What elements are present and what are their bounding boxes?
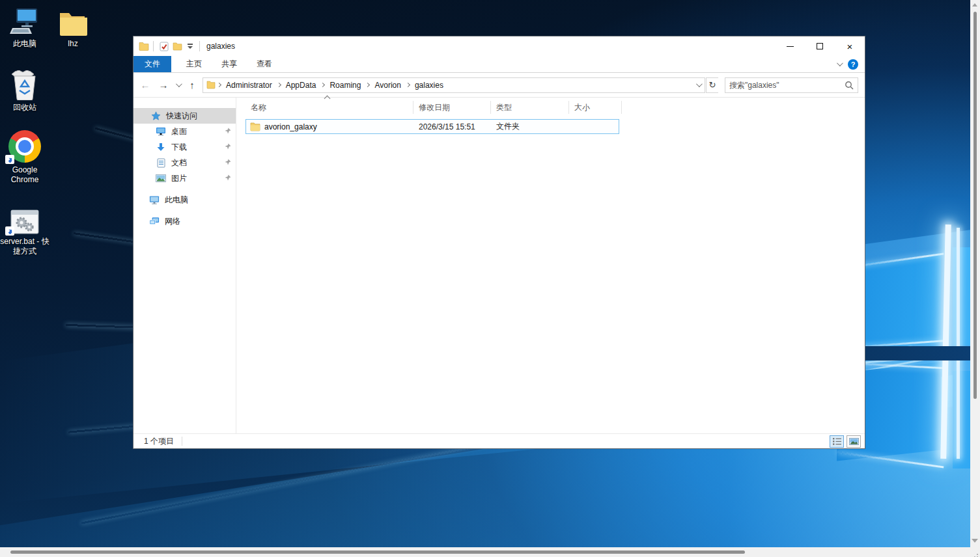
outer-vertical-scrollbar[interactable] (970, 0, 980, 547)
file-list-pane: 名称 修改日期 类型 大小 avorion_galaxy 2026/3/15 1… (236, 98, 865, 433)
sidebar-item-desktop[interactable]: 桌面 (133, 124, 236, 139)
minimize-icon (787, 46, 794, 47)
recent-locations-dropdown[interactable] (173, 76, 183, 94)
scroll-down-icon[interactable] (972, 539, 978, 543)
sidebar-item-this-pc[interactable]: 此电脑 (133, 192, 236, 208)
downloads-icon (156, 142, 166, 152)
minimize-button[interactable] (775, 36, 805, 56)
sidebar-item-pictures[interactable]: 图片 (133, 170, 236, 186)
this-pc-icon (0, 5, 49, 36)
breadcrumb-separator-icon (320, 83, 325, 87)
sidebar-item-downloads[interactable]: 下载 (133, 139, 236, 155)
breadcrumb-item[interactable]: Roaming (325, 81, 365, 90)
documents-icon (156, 157, 166, 168)
tab-home[interactable]: 主页 (176, 56, 212, 72)
title-bar[interactable]: galaxies × (133, 36, 865, 56)
scroll-up-icon[interactable] (972, 3, 977, 7)
grip-dots-icon (977, 554, 978, 555)
pin-icon[interactable] (225, 174, 231, 183)
this-pc-icon (149, 195, 160, 205)
details-view-button[interactable] (830, 435, 844, 448)
sidebar-item-documents[interactable]: 文档 (133, 155, 236, 170)
file-row-avorion-galaxy[interactable]: avorion_galaxy 2026/3/15 15:51 文件夹 (245, 119, 619, 134)
refresh-button[interactable]: ↻ (706, 77, 718, 93)
tab-file[interactable]: 文件 (133, 56, 171, 72)
column-header-date-modified[interactable]: 修改日期 (413, 101, 491, 114)
maximize-icon (817, 43, 823, 49)
desktop-icon-label: 回收站 (0, 103, 49, 113)
qat-customize-dropdown[interactable] (185, 44, 195, 49)
separator (153, 41, 154, 51)
ribbon-tab-bar: 文件 主页 共享 查看 ? (133, 56, 865, 73)
breadcrumb-separator-icon (365, 83, 370, 87)
file-name: avorion_galaxy (264, 122, 317, 131)
desktop-icon-label: Google Chrome (0, 165, 49, 185)
pin-icon[interactable] (225, 143, 231, 152)
recycle-bin-icon (0, 69, 49, 100)
maximize-button[interactable] (805, 36, 835, 56)
address-dropdown-button[interactable] (692, 78, 705, 92)
items-count: 1 个项目 (144, 436, 174, 447)
qat-properties-button[interactable] (158, 39, 171, 53)
sidebar-item-network[interactable]: 网络 (133, 213, 236, 229)
spacer (133, 208, 236, 213)
separator (182, 437, 182, 446)
network-icon (149, 216, 160, 226)
breadcrumb-item[interactable]: AppData (281, 81, 321, 90)
desktop-icon-google-chrome[interactable]: Google Chrome (0, 131, 49, 185)
desktop-icon-this-pc[interactable]: 此电脑 (0, 5, 49, 49)
close-icon: × (847, 42, 853, 51)
file-explorer-window: galaxies × 文件 主页 共享 查看 ? ← → ↑ Administr… (133, 36, 865, 449)
chrome-icon (0, 131, 49, 163)
window-folder-icon (139, 42, 149, 51)
sidebar-item-label: 桌面 (171, 126, 187, 137)
breadcrumb-item[interactable]: Avorion (370, 81, 405, 90)
breadcrumb-item[interactable]: galaxies (410, 81, 448, 90)
horizontal-scrollbar-thumb[interactable] (10, 550, 745, 554)
up-button[interactable]: ↑ (183, 76, 201, 94)
column-header-size[interactable]: 大小 (569, 101, 622, 114)
sidebar-item-label: 图片 (171, 173, 187, 184)
address-bar[interactable]: Administrator AppData Roaming Avorion ga… (203, 77, 705, 93)
folder-icon (250, 122, 260, 131)
thumbnails-view-button[interactable] (847, 435, 861, 448)
search-box[interactable] (725, 77, 858, 93)
resize-grip[interactable] (970, 547, 980, 557)
breadcrumb-separator-icon (277, 83, 281, 87)
spacer (133, 186, 236, 192)
pin-icon[interactable] (225, 127, 231, 136)
sidebar-item-label: 此电脑 (165, 195, 188, 206)
search-icon[interactable] (845, 81, 854, 90)
desktop-icon-server-bat[interactable]: server.bat - 快捷方式 (0, 203, 49, 256)
address-bar-row: ← → ↑ Administrator AppData Roaming Avor… (133, 73, 865, 98)
quick-access-star-icon (150, 111, 161, 121)
desktop-icon-recycle-bin[interactable]: 回收站 (0, 69, 49, 113)
back-button[interactable]: ← (136, 76, 154, 94)
vertical-scrollbar-thumb[interactable] (973, 12, 977, 399)
help-icon[interactable]: ? (848, 59, 858, 70)
desktop-icon-label: server.bat - 快捷方式 (0, 237, 49, 256)
forward-button[interactable]: → (154, 76, 173, 94)
breadcrumb-separator-icon (217, 83, 221, 87)
sidebar-item-label: 文档 (171, 157, 187, 169)
tab-share[interactable]: 共享 (212, 56, 247, 72)
ribbon-collapse-icon[interactable] (837, 60, 843, 66)
desktop-icon-lhz[interactable]: lhz (48, 5, 98, 49)
sidebar-item-quick-access[interactable]: 快速访问 (133, 108, 236, 124)
separator (199, 41, 200, 51)
pin-icon[interactable] (225, 158, 231, 167)
search-input[interactable] (729, 81, 845, 90)
column-header-name[interactable]: 名称 (245, 101, 413, 114)
outer-horizontal-scrollbar[interactable] (0, 547, 970, 557)
breadcrumb-item[interactable]: Administrator (221, 81, 277, 90)
pictures-icon (156, 173, 166, 183)
file-date-modified: 2026/3/15 15:51 (413, 122, 491, 131)
desktop-icon-label: 此电脑 (0, 39, 49, 49)
column-header-type[interactable]: 类型 (491, 101, 569, 114)
shortcut-arrow-icon (5, 226, 14, 236)
chevron-down-icon (175, 81, 182, 87)
tab-view[interactable]: 查看 (247, 56, 282, 72)
folder-icon (48, 5, 98, 36)
close-button[interactable]: × (835, 36, 865, 56)
qat-new-folder-button[interactable] (171, 39, 184, 53)
